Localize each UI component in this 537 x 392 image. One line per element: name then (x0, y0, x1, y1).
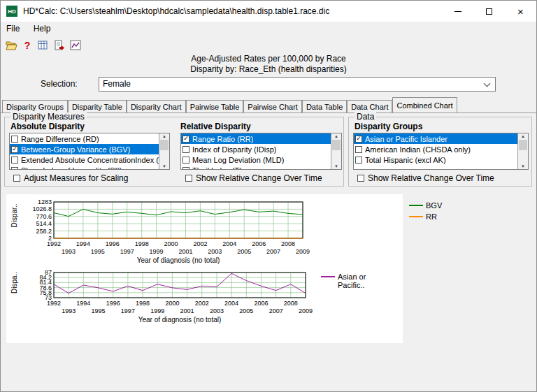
checkbox-icon[interactable] (357, 175, 364, 182)
scroll-down-icon[interactable]: ▼ (331, 164, 341, 168)
svg-text:2005: 2005 (239, 307, 253, 314)
close-icon: × (517, 6, 524, 17)
relative-change-checkbox[interactable]: Show Relative Change Over Time (185, 173, 322, 183)
svg-text:2001: 2001 (178, 248, 192, 255)
list-item-american-indian-chsda-only[interactable]: American Indian (CHSDA only) (354, 144, 517, 154)
export-table-icon[interactable] (36, 38, 50, 52)
scroll-down-icon[interactable]: ▼ (518, 164, 528, 168)
tab-data-chart[interactable]: Data Chart (347, 100, 392, 112)
list-item-extended-absolute-concentratio[interactable]: Extended Absolute ConcentrationIndex ( (10, 154, 159, 165)
checkbox-icon[interactable] (182, 136, 189, 143)
minimize-button[interactable] (442, 1, 473, 22)
menu-file[interactable]: File (1, 22, 25, 36)
chart-icon[interactable] (69, 38, 83, 52)
plot-border (54, 202, 303, 238)
list-item-range-ratio-rr[interactable]: Range Ratio (RR) (181, 133, 331, 144)
list-item-between-group-variance-bgv[interactable]: Between-Group Variance (BGV) (10, 144, 159, 154)
list-item-index-of-disparity-idisp[interactable]: Index of Disparity (IDisp) (181, 144, 331, 154)
checkbox-icon[interactable] (11, 136, 18, 143)
scrollbar-thumb[interactable] (160, 140, 169, 150)
disparity-groups-list[interactable]: Asian or Pacific IslanderAmerican Indian… (353, 133, 529, 170)
checkbox-icon[interactable] (355, 157, 362, 164)
svg-text:1994: 1994 (76, 240, 90, 247)
checkbox-icon[interactable] (355, 146, 362, 153)
svg-text:770.6: 770.6 (36, 213, 52, 220)
checkbox-icon[interactable] (11, 146, 18, 153)
help-icon[interactable]: ? (20, 38, 34, 52)
svg-text:87: 87 (45, 269, 52, 276)
legend-entry: Asian orPacific.. (321, 273, 366, 289)
checkbox-icon[interactable] (13, 175, 20, 182)
menu-help[interactable]: Help (28, 22, 57, 36)
group-label: Data (355, 112, 376, 122)
tab-disparity-chart[interactable]: Disparity Chart (127, 100, 186, 112)
list-item-asian-or-pacific-islander[interactable]: Asian or Pacific Islander (354, 133, 517, 144)
data-group: Data Disparity Groups Asian or Pacific I… (348, 117, 532, 187)
svg-text:1997: 1997 (120, 248, 134, 255)
disparity-measures-group: Disparity Measures Absolute Disparity Ra… (4, 117, 344, 187)
disparity-groups-heading: Disparity Groups (355, 122, 422, 131)
list-item-mean-log-deviation-mld[interactable]: Mean Log Deviation (MLD) (181, 154, 331, 165)
legend-line-sample (321, 276, 335, 277)
checkbox-icon[interactable] (11, 157, 18, 164)
list-item-label: Slope Index of Inequality (SII) (21, 166, 122, 170)
relative-change-checkbox[interactable]: Show Relative Change Over Time (357, 173, 494, 183)
svg-text:2008: 2008 (284, 300, 298, 307)
x-axis-label: Year of diagnosis (no total) (138, 316, 222, 324)
maximize-button[interactable] (473, 1, 505, 22)
toolbar: ? (1, 37, 536, 54)
svg-text:1283: 1283 (38, 198, 52, 205)
svg-text:1998: 1998 (136, 300, 150, 307)
tab-disparity-table[interactable]: Disparity Table (68, 100, 127, 112)
list-item-label: Range Ratio (RR) (192, 135, 253, 143)
legend-label: BGV (426, 201, 442, 210)
svg-text:1026.8: 1026.8 (32, 205, 52, 212)
scrollbar-thumb[interactable] (332, 140, 341, 150)
close-button[interactable]: × (505, 1, 536, 22)
checkbox-icon[interactable] (182, 146, 189, 153)
tab-disparity-groups[interactable]: Disparity Groups (2, 100, 68, 112)
scroll-up-icon[interactable]: ▲ (331, 134, 341, 138)
checkbox-icon[interactable] (185, 175, 192, 182)
x-axis-label: Year of diagnosis (no total) (137, 256, 220, 264)
svg-text:2002: 2002 (193, 240, 207, 247)
tab-combined-chart[interactable]: Combined Chart (392, 97, 457, 112)
scroll-down-icon[interactable]: ▼ (159, 164, 169, 168)
svg-text:?: ? (24, 40, 31, 51)
legend-line-sample (409, 205, 423, 206)
tab-data-table[interactable]: Data Table (302, 100, 347, 112)
header-line1: Age-Adjusted Rates per 100,000 by Race (1, 54, 536, 64)
list-item-theil-index-t[interactable]: Theil Index (T) (181, 165, 331, 170)
checkbox-icon[interactable] (182, 157, 189, 164)
scrollbar[interactable]: ▲ ▼ (159, 133, 169, 169)
list-item-slope-index-of-inequality-sii[interactable]: Slope Index of Inequality (SII) (10, 165, 159, 170)
absolute-disparity-list[interactable]: Range Difference (RD)Between-Group Varia… (9, 133, 170, 170)
list-item-label: Theil Index (T) (192, 166, 242, 170)
window-title: HD*Calc: C:\Users\steahlm\Desktop\hdcalc… (23, 1, 329, 22)
list-item-total-hispanic-excl-ak[interactable]: Total Hispanic (excl AK) (354, 154, 517, 165)
selection-dropdown[interactable]: Female (99, 77, 496, 92)
svg-text:1998: 1998 (135, 240, 149, 247)
list-item-range-difference-rd[interactable]: Range Difference (RD) (10, 133, 159, 144)
relative-disparity-list[interactable]: Range Ratio (RR)Index of Disparity (IDis… (180, 133, 342, 170)
svg-text:1997: 1997 (121, 307, 135, 314)
svg-text:1994: 1994 (76, 300, 90, 307)
chart2-y-axis-label: Dispa.. (10, 259, 18, 307)
scrollbar[interactable]: ▲ ▼ (517, 133, 528, 169)
scrollbar-thumb[interactable] (519, 140, 527, 150)
checkbox-icon[interactable] (355, 136, 362, 143)
open-file-icon[interactable] (4, 38, 18, 52)
legend-label: RR (426, 212, 437, 221)
scroll-up-icon[interactable]: ▲ (159, 134, 169, 138)
checkbox-icon[interactable] (182, 167, 189, 170)
tab-pairwise-chart[interactable]: Pairwise Chart (243, 100, 302, 112)
scroll-up-icon[interactable]: ▲ (518, 134, 528, 138)
list-rows: Range Ratio (RR)Index of Disparity (IDis… (181, 133, 331, 170)
checkbox-icon[interactable] (11, 167, 18, 170)
svg-text:1993: 1993 (62, 307, 76, 314)
adjust-scaling-checkbox[interactable]: Adjust Measures for Scaling (13, 173, 128, 183)
scrollbar[interactable]: ▲ ▼ (331, 133, 341, 169)
tab-pairwise-table[interactable]: Pairwise Table (186, 100, 244, 112)
svg-text:2009: 2009 (296, 248, 310, 255)
export-report-icon[interactable] (52, 38, 66, 52)
